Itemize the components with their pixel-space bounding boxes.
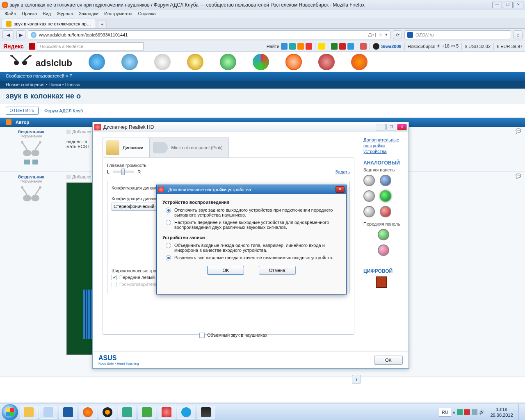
forward-button[interactable]: ▶ <box>16 30 25 39</box>
steam-icon[interactable] <box>373 43 379 50</box>
toolbar-mail[interactable]: ✉ 5 <box>451 43 459 49</box>
menu-bookmarks[interactable]: Закладки <box>76 11 101 17</box>
taskbar-app[interactable] <box>98 406 116 419</box>
post-author[interactable]: бездельник <box>2 174 60 179</box>
tray-volume-icon[interactable]: 🔊 <box>479 409 485 415</box>
toolbar-icon[interactable] <box>297 43 304 50</box>
realtek-titlebar[interactable]: Диспетчер Realtek HD — ❐ ✕ <box>93 122 409 132</box>
jack-blue[interactable] <box>380 175 391 186</box>
toolbar-icon[interactable] <box>281 43 288 50</box>
taskbar-app[interactable] <box>118 406 136 419</box>
jack-red[interactable] <box>380 206 391 217</box>
toolbar-weather[interactable]: ☀ +18 <box>436 43 450 49</box>
tray-chevron-icon[interactable]: ▴ <box>453 409 455 415</box>
tray-icon[interactable] <box>457 409 463 415</box>
rt-close-button[interactable]: ✕ <box>397 124 407 130</box>
nav-icon[interactable] <box>154 54 171 70</box>
taskbar-app[interactable] <box>39 406 57 419</box>
quote-icon[interactable]: 💬 <box>516 173 521 178</box>
minimize-button[interactable]: — <box>492 2 502 8</box>
tray-network-icon[interactable] <box>472 409 477 415</box>
taskbar-clock[interactable]: 13:18 29.08.2012 <box>486 406 517 418</box>
quote-icon[interactable]: 💬 <box>516 128 521 133</box>
search-bar[interactable]: OZON.ru <box>404 30 511 39</box>
nav-icon[interactable] <box>220 54 236 70</box>
rt-maximize-button[interactable]: ❐ <box>386 124 396 130</box>
toolbar-city[interactable]: Новосибирск <box>408 44 435 49</box>
dialog-close-button[interactable]: ✕ <box>336 186 345 193</box>
nav-icon[interactable] <box>253 54 269 70</box>
taskbar-realtek[interactable] <box>158 406 176 419</box>
toolbar-icon[interactable] <box>360 43 367 50</box>
jack-front-pink[interactable] <box>378 244 389 256</box>
user-action-icon[interactable] <box>24 160 30 164</box>
jack-front-green[interactable] <box>378 229 389 240</box>
menu-help[interactable]: Справка <box>135 11 158 17</box>
show-desktop-button[interactable] <box>518 404 523 420</box>
jack-grey3[interactable] <box>363 206 375 217</box>
find-label[interactable]: Найти <box>267 44 279 49</box>
close-button[interactable]: ✕ <box>514 2 523 8</box>
taskbar-explorer[interactable] <box>20 406 38 419</box>
dropdown-arrow-icon[interactable]: ▾ <box>385 32 388 37</box>
toolbar-user[interactable]: Siwa2008 <box>381 44 402 49</box>
toolbar-icon[interactable] <box>306 43 312 50</box>
rt-minimize-button[interactable]: — <box>376 124 386 130</box>
nav-icon[interactable] <box>121 54 138 70</box>
new-tab-button[interactable]: + <box>98 20 107 28</box>
checkbox-front[interactable]: ✔ <box>112 275 117 280</box>
toolbar-icon[interactable] <box>331 43 338 50</box>
breadcrumb[interactable]: Форум АДСЛ Клуб <box>44 108 83 113</box>
nav-icon[interactable] <box>351 54 368 70</box>
tab-speakers[interactable]: Динамики <box>103 137 149 158</box>
url-bar[interactable]: www.adslclub.ru/forum/topic66933#1101441… <box>28 30 390 39</box>
post-author[interactable]: бездельник <box>2 129 60 134</box>
realtek-ok-button[interactable]: OK <box>374 356 403 365</box>
taskbar-app[interactable] <box>138 406 156 419</box>
toolbar-icon[interactable] <box>339 43 346 50</box>
dialog-titlebar[interactable]: Дополнительные настройки устройства ✕ <box>157 185 346 194</box>
tray-icon[interactable] <box>464 409 470 415</box>
site-logo[interactable]: adslclub <box>8 55 72 68</box>
set-button[interactable]: Задать <box>335 169 350 174</box>
taskbar-firefox[interactable] <box>79 406 97 419</box>
taskbar-app[interactable] <box>59 406 77 419</box>
jack-grey2[interactable] <box>363 190 375 202</box>
playback-option-2[interactable]: Настроить переднее и заднее выходные уст… <box>162 219 340 231</box>
dialog-ok-button[interactable]: OK <box>207 266 244 275</box>
menu-history[interactable]: Журнал <box>54 11 75 17</box>
menu-tools[interactable]: Инструменты <box>102 11 135 17</box>
home-button[interactable]: ⌂ <box>514 30 523 39</box>
yandex-search-icon[interactable]: Я <box>29 43 35 50</box>
toolbar-icon[interactable] <box>289 43 296 50</box>
nav-icon[interactable] <box>89 54 105 70</box>
menu-file[interactable]: Файл <box>2 11 18 17</box>
toolbar-eur[interactable]: € EUR 39,97 <box>497 44 523 49</box>
nav-icon[interactable] <box>318 54 335 70</box>
toolbar-icon[interactable] <box>318 43 325 50</box>
taskbar-app[interactable] <box>197 406 215 419</box>
record-option-1[interactable]: Объединить входные гнезда одного типа, н… <box>162 242 340 254</box>
record-option-2[interactable]: Разделить все входные гнезда в качестве … <box>162 254 340 262</box>
rss-icon[interactable] <box>6 119 11 125</box>
back-button[interactable]: ◀ <box>2 30 14 39</box>
nav-icon[interactable] <box>285 54 302 70</box>
yandex-search-input[interactable]: Поискать в Яндексе <box>37 42 144 50</box>
info-button[interactable]: i <box>352 375 361 384</box>
reload-button[interactable]: ⟳ <box>393 30 402 39</box>
jack-grey[interactable] <box>363 175 375 186</box>
toolbar-usd[interactable]: $ USD 32,02 <box>465 44 491 49</box>
playback-option-1[interactable]: Отключить звук заднего выходного устройс… <box>162 206 340 219</box>
browser-tab[interactable]: звук в колонках не отключается при п... <box>2 19 96 28</box>
menu-view[interactable]: Вид <box>40 11 53 17</box>
start-button[interactable] <box>2 404 18 420</box>
toolbar-icon[interactable] <box>347 43 354 50</box>
advanced-settings-link[interactable]: Дополнительные настройки устройства <box>363 137 404 154</box>
language-indicator[interactable]: RU <box>439 408 451 417</box>
digital-out-icon[interactable] <box>376 276 387 288</box>
reply-button[interactable]: ОТВЕТИТЬ <box>6 107 39 115</box>
jack-green-active[interactable] <box>380 190 391 202</box>
bookmark-star-icon[interactable]: ☆ <box>379 32 383 37</box>
menu-edit[interactable]: Правка <box>19 11 39 17</box>
nav-icon[interactable] <box>187 54 203 70</box>
